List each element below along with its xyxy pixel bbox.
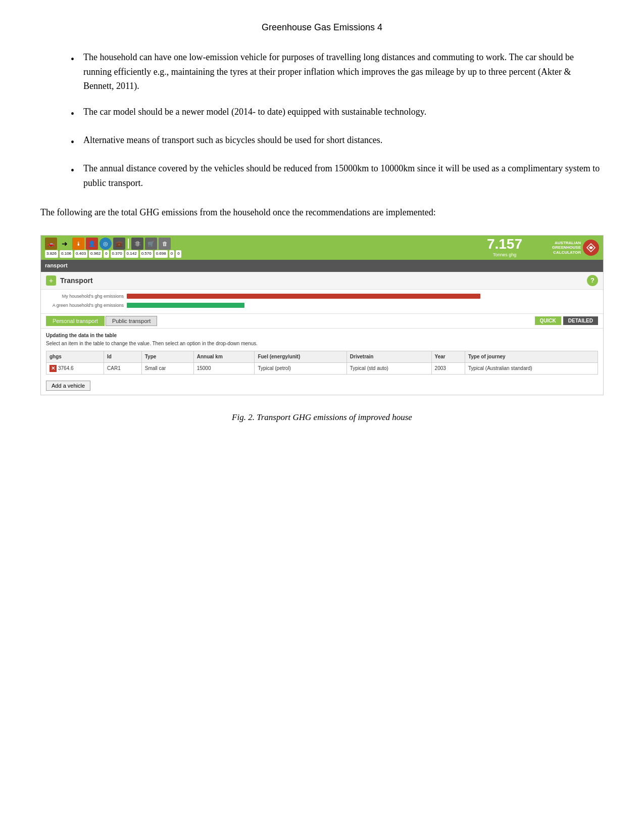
- tab-group: Personal transport Public transport: [46, 316, 157, 326]
- val-6: 0.142: [125, 250, 138, 258]
- val-3: 0.962: [89, 250, 102, 258]
- calc-chart-area: My household's ghg emissions A green hou…: [41, 290, 603, 313]
- instruction-title: Updating the data in the table: [46, 333, 117, 338]
- val-8: 0.698: [155, 250, 168, 258]
- add-vehicle-button[interactable]: Add a vehicle: [46, 381, 90, 391]
- val-5: 0.370: [111, 250, 124, 258]
- calc-topbar: 🚗 ➜ 🌡 👤 ◎ 💼 非 🛒 🗑: [41, 236, 603, 260]
- col-annual-km: Annual km: [193, 351, 255, 362]
- calc-subheader: ransport: [41, 260, 603, 272]
- bullet-item-4: The annual distance covered by the vehic…: [71, 161, 604, 191]
- chart-bar-green-container: [127, 303, 598, 308]
- bullet-section: The household can have one low-emission …: [40, 50, 604, 191]
- total-value: 7.157: [487, 237, 522, 251]
- brand-logo: [583, 240, 599, 256]
- chart-bar-household: [127, 294, 480, 299]
- car-icon: 🚗: [45, 238, 57, 250]
- table-row: ✕ 3764.6 CAR1 Small car 15000 Typical (p…: [46, 362, 598, 374]
- calc-brand: AUSTRALIAN GREENHOUSE CALCULATOR: [552, 240, 599, 256]
- val-4: 0: [104, 250, 109, 258]
- cell-id[interactable]: CAR1: [104, 362, 142, 374]
- col-fuel: Fuel (energy/unit): [255, 351, 346, 362]
- arrow-icon: ➜: [59, 238, 71, 250]
- bullet-list: The household can have one low-emission …: [71, 50, 604, 191]
- chart-label-green: A green household's ghg emissions: [46, 302, 127, 309]
- val-10: 0: [176, 250, 181, 258]
- quick-button[interactable]: QUICK: [535, 316, 561, 325]
- calc-instruction: Updating the data in the table Select an…: [41, 329, 603, 351]
- calc-section-header: + Transport ?: [41, 272, 603, 290]
- cell-ghgs[interactable]: ✕ 3764.6: [46, 362, 104, 374]
- chart-bar-household-container: [127, 294, 598, 299]
- cell-year[interactable]: 2003: [431, 362, 465, 374]
- chart-row-green: A green household's ghg emissions: [46, 302, 598, 309]
- cell-type[interactable]: Small car: [141, 362, 193, 374]
- suitcase-icon: 💼: [113, 238, 125, 250]
- table-header-row: ghgs Id Type Annual km Fuel (energy/unit…: [46, 351, 598, 362]
- page-title: Greenhouse Gas Emissions 4: [262, 22, 382, 32]
- thermometer-icon: 🌡: [72, 238, 84, 250]
- calc-table: ghgs Id Type Annual km Fuel (energy/unit…: [46, 351, 598, 375]
- col-type: Type: [141, 351, 193, 362]
- cell-annual-km[interactable]: 15000: [193, 362, 255, 374]
- val-0: 3.826: [45, 250, 58, 258]
- cell-fuel[interactable]: Typical (petrol): [255, 362, 346, 374]
- bullet-item-3: Alternative means of transport such as b…: [71, 133, 604, 150]
- tab-right-buttons: QUICK DETAILED: [535, 316, 599, 325]
- trash-icon: 🗑: [159, 238, 171, 250]
- page-header: Greenhouse Gas Emissions 4: [40, 20, 604, 35]
- plus-button[interactable]: +: [46, 275, 56, 286]
- total-label: Tonnes ghg: [487, 251, 522, 258]
- calculator-widget: 🚗 ➜ 🌡 👤 ◎ 💼 非 🛒 🗑: [40, 235, 604, 395]
- col-id: Id: [104, 351, 142, 362]
- calc-tabs: Personal transport Public transport QUIC…: [41, 313, 603, 329]
- intro-paragraph: The following are the total GHG emission…: [40, 205, 604, 220]
- chart-bar-green: [127, 303, 244, 308]
- col-ghgs: ghgs: [46, 351, 104, 362]
- bullet-item-2: The car model should be a newer model (2…: [71, 105, 604, 122]
- instruction-body: Select an item in the table to change th…: [46, 341, 258, 346]
- tab-personal[interactable]: Personal transport: [46, 316, 105, 326]
- col-year: Year: [431, 351, 465, 362]
- val-2: 0.403: [74, 250, 87, 258]
- shopping-icon: 🛒: [145, 238, 157, 250]
- tab-public[interactable]: Public transport: [106, 316, 157, 326]
- help-button[interactable]: ?: [587, 275, 598, 286]
- col-journey: Type of journey: [465, 351, 598, 362]
- calc-total: 7.157 Tonnes ghg: [487, 237, 522, 258]
- val-9: 0: [169, 250, 174, 258]
- kanji-icon: 非: [131, 238, 143, 250]
- section-title: Transport: [60, 275, 93, 286]
- chart-row-household: My household's ghg emissions: [46, 293, 598, 300]
- detailed-button[interactable]: DETAILED: [563, 316, 598, 325]
- circle-icon: ◎: [100, 238, 112, 250]
- person-icon: 👤: [86, 238, 98, 250]
- figure-caption: Fig. 2. Transport GHG emissions of impro…: [40, 410, 604, 424]
- cell-journey[interactable]: Typical (Australian standard): [465, 362, 598, 374]
- calc-table-container: ghgs Id Type Annual km Fuel (energy/unit…: [41, 351, 603, 380]
- chart-label-household: My household's ghg emissions: [46, 293, 127, 300]
- subheader-label: ransport: [45, 262, 68, 268]
- col-drivetrain: Drivetrain: [346, 351, 431, 362]
- val-7: 0.570: [140, 250, 153, 258]
- val-1: 0.106: [60, 250, 73, 258]
- cell-drivetrain[interactable]: Typical (std auto): [346, 362, 431, 374]
- bullet-item-1: The household can have one low-emission …: [71, 50, 604, 94]
- delete-row-button[interactable]: ✕: [49, 365, 57, 372]
